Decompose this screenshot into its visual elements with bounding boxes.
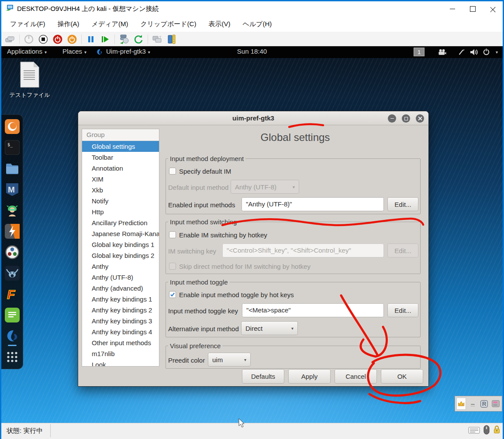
armitage-icon[interactable] bbox=[5, 203, 20, 218]
alternative-input-method-dropdown[interactable]: Direct▾ bbox=[241, 321, 298, 335]
workspace-indicator[interactable]: 1 bbox=[414, 48, 425, 56]
edit-enabled-input-methods-button[interactable]: Edit... bbox=[387, 197, 418, 211]
specify-default-im-checkbox[interactable] bbox=[169, 168, 176, 175]
edit-toggle-key-button[interactable]: Edit... bbox=[387, 303, 418, 317]
resume-icon[interactable] bbox=[100, 34, 110, 45]
vm-toolbar bbox=[1, 32, 503, 46]
cancel-button[interactable]: Cancel bbox=[335, 369, 377, 384]
metasploit-icon[interactable]: M bbox=[5, 182, 20, 197]
menu-action[interactable]: 操作(A) bbox=[52, 17, 86, 31]
dialog-maximize-icon[interactable] bbox=[402, 114, 410, 123]
group-item-anthy-key-bindings-3[interactable]: Anthy key bindings 3 bbox=[82, 316, 159, 326]
defaults-button[interactable]: Defaults bbox=[242, 369, 284, 384]
tablet-pen-icon[interactable] bbox=[458, 48, 465, 57]
show-applications-icon[interactable] bbox=[5, 350, 20, 364]
default-input-method-label: Default input method bbox=[168, 184, 228, 191]
enable-im-switching-label: Enable IM switching by hotkey bbox=[179, 231, 267, 239]
turn-off-icon[interactable] bbox=[38, 34, 48, 45]
close-icon[interactable] bbox=[483, 1, 503, 16]
im-toggle-icon[interactable] bbox=[491, 398, 501, 410]
group-item-anthy[interactable]: Anthy bbox=[82, 261, 159, 272]
start-icon[interactable] bbox=[24, 34, 34, 45]
document-icon bbox=[18, 61, 41, 88]
enable-im-switching-checkbox[interactable] bbox=[169, 231, 176, 238]
group-item-http[interactable]: Http bbox=[82, 206, 159, 217]
chevron-down-icon: ▾ bbox=[244, 357, 246, 362]
group-item-anthy-key-bindings-1[interactable]: Anthy key bindings 1 bbox=[82, 294, 159, 305]
group-item-toolbar[interactable]: Toolbar bbox=[82, 152, 159, 163]
panel-clock[interactable]: Sun 18:40 bbox=[1, 48, 503, 55]
group-item-other-input-methods[interactable]: Other input methods bbox=[82, 337, 159, 348]
dialog-titlebar[interactable]: uim-pref-gtk3 bbox=[78, 111, 428, 125]
text-editor-icon[interactable] bbox=[5, 308, 20, 322]
menu-media[interactable]: メディア(M) bbox=[86, 17, 135, 31]
toggle-key-field[interactable]: "<Meta>space" bbox=[242, 303, 384, 317]
lock-status-icon[interactable] bbox=[493, 425, 501, 436]
menu-clipboard[interactable]: クリップボード(C) bbox=[134, 17, 202, 31]
enhanced-session-icon[interactable] bbox=[166, 34, 177, 45]
group-list-header: Group bbox=[82, 129, 159, 141]
group-item-m17nlib[interactable]: m17nlib bbox=[82, 348, 159, 359]
ok-button[interactable]: OK bbox=[381, 369, 423, 384]
file-manager-icon[interactable] bbox=[5, 161, 20, 176]
enable-toggle-label: Enable input method toggle by hot keys bbox=[179, 291, 294, 298]
group-item-anthy-key-bindings-4[interactable]: Anthy key bindings 4 bbox=[82, 326, 159, 337]
group-item-global-settings[interactable]: Global settings bbox=[82, 141, 159, 152]
faraday-icon[interactable]: F bbox=[5, 287, 20, 302]
group-item-annotation[interactable]: Annotation bbox=[82, 163, 159, 174]
toggle-key-label: Input method toggle key bbox=[168, 307, 238, 315]
ctrl-alt-del-icon[interactable] bbox=[5, 34, 15, 45]
keyboard-status-icon[interactable] bbox=[468, 426, 480, 436]
group-item-anthy-utf8[interactable]: Anthy (UTF-8) bbox=[82, 272, 159, 283]
maximize-icon[interactable] bbox=[463, 1, 483, 16]
menu-view[interactable]: 表示(V) bbox=[202, 17, 236, 31]
group-item-anthy-advanced[interactable]: Anthy (advanced) bbox=[82, 283, 159, 294]
dialog-minimize-icon[interactable] bbox=[388, 114, 396, 123]
group-item-global-key-bindings-2[interactable]: Global key bindings 2 bbox=[82, 250, 159, 261]
mouse-status-icon[interactable] bbox=[483, 425, 490, 436]
group-item-anthy-key-bindings-2[interactable]: Anthy key bindings 2 bbox=[82, 305, 159, 316]
group-item-global-key-bindings-1[interactable]: Global key bindings 1 bbox=[82, 239, 159, 250]
group-item-notify[interactable]: Notify bbox=[82, 195, 159, 206]
group-item-xim[interactable]: XIM bbox=[82, 174, 159, 185]
camera-icon[interactable] bbox=[438, 49, 446, 57]
preedit-color-dropdown[interactable]: uim▾ bbox=[208, 353, 251, 367]
shutdown-icon[interactable] bbox=[52, 34, 63, 45]
page-title: Global settings bbox=[164, 131, 426, 144]
panel-caret-icon[interactable]: ▾ bbox=[494, 48, 498, 55]
revert-icon[interactable] bbox=[133, 34, 144, 45]
volume-icon[interactable] bbox=[469, 48, 479, 57]
menu-file[interactable]: ファイル(F) bbox=[4, 17, 52, 31]
group-item-look[interactable]: Look bbox=[82, 359, 159, 367]
window-titlebar: DESKTOP-O9VJHH4 上の kali - 仮想マシン接続 bbox=[1, 1, 503, 16]
app-dots-icon[interactable] bbox=[5, 245, 20, 260]
romaji-mode-icon[interactable]: R bbox=[480, 398, 489, 410]
terminal-icon[interactable]: $_ bbox=[5, 140, 20, 155]
enabled-input-methods-field[interactable]: "Anthy (UTF-8)" bbox=[242, 197, 384, 211]
group-item-japanese-romaji-kana[interactable]: Japanese Romaji-Kana bbox=[82, 228, 159, 239]
skip-direct-method-label: Skip direct method for IM switching by h… bbox=[179, 263, 311, 270]
crown-icon[interactable] bbox=[456, 398, 466, 410]
desktop-file-icon[interactable]: テストファイル bbox=[9, 61, 50, 98]
menu-bar: ファイル(F) 操作(A) メディア(M) クリップボード(C) 表示(V) ヘ… bbox=[1, 16, 503, 32]
firefox-icon[interactable] bbox=[5, 119, 20, 134]
skip-direct-method-checkbox bbox=[169, 263, 176, 270]
pause-icon[interactable] bbox=[86, 34, 96, 45]
enable-toggle-checkbox[interactable] bbox=[169, 291, 176, 298]
menu-help[interactable]: ヘルプ(H) bbox=[236, 17, 278, 31]
group-item-xkb[interactable]: Xkb bbox=[82, 185, 159, 195]
chevron-down-icon: ▾ bbox=[291, 326, 293, 331]
beef-icon[interactable] bbox=[5, 266, 20, 281]
direct-mode-icon[interactable]: – bbox=[468, 398, 477, 410]
group-item-ancillary-prediction[interactable]: Ancillary Prediction bbox=[82, 217, 159, 228]
minimize-icon[interactable] bbox=[442, 1, 463, 16]
settings-icon[interactable] bbox=[152, 34, 162, 45]
restart-icon[interactable] bbox=[67, 34, 77, 45]
section-legend: Input method switching bbox=[168, 218, 238, 226]
power-icon[interactable] bbox=[483, 48, 490, 57]
apply-button[interactable]: Apply bbox=[288, 369, 331, 384]
burpsuite-icon[interactable] bbox=[5, 224, 20, 239]
checkpoint-icon[interactable] bbox=[119, 34, 129, 45]
dialog-close-icon[interactable] bbox=[416, 114, 424, 123]
uim-dock-icon[interactable] bbox=[5, 329, 20, 343]
